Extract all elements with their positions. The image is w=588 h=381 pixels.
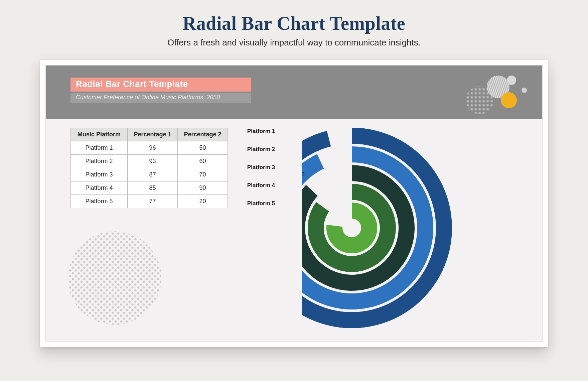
cell: 50 [178, 141, 228, 155]
halftone-circle-icon [64, 228, 165, 328]
radial-bar-chart: 93 [302, 121, 522, 335]
cell: 85 [128, 181, 178, 195]
svg-rect-12 [64, 228, 165, 328]
data-table: Music Platform Percentage 1 Percentage 2… [70, 128, 228, 208]
svg-point-7 [501, 92, 517, 108]
cell: 93 [128, 155, 178, 168]
cell: 77 [128, 195, 178, 208]
cell: Platform 2 [71, 155, 128, 168]
legend-item: Platform 4 [232, 182, 275, 201]
table-header-row: Music Platform Percentage 1 Percentage 2 [71, 128, 228, 141]
cell: 60 [178, 155, 228, 168]
legend-item: Platform 2 [232, 146, 275, 164]
legend-item: Platform 5 [232, 201, 275, 219]
content-area: Music Platform Percentage 1 Percentage 2… [46, 119, 542, 342]
template-inner: Radial Bar Chart Template Customer Prefe… [45, 65, 543, 342]
svg-point-6 [522, 88, 527, 93]
table-row: Platform 1 96 50 [71, 141, 228, 155]
cell: 70 [178, 168, 228, 181]
col-header: Percentage 1 [128, 128, 178, 141]
cell: 90 [178, 181, 228, 195]
page-subtitle: Offers a fresh and visually impactful wa… [167, 37, 421, 48]
svg-point-8 [345, 221, 358, 235]
cell: Platform 3 [71, 168, 128, 181]
cell: 20 [178, 195, 228, 208]
page-title: Radial Bar Chart Template [183, 13, 405, 34]
svg-point-5 [507, 76, 516, 85]
table-row: Platform 3 87 70 [71, 168, 228, 181]
legend-item: Platform 3 [232, 164, 275, 182]
radial-value-label: 93 [302, 171, 305, 177]
col-header: Music Platform [71, 128, 128, 141]
table-row: Platform 4 85 90 [71, 181, 228, 195]
card-title-pill: Radial Bar Chart Template [70, 78, 251, 92]
table-row: Platform 2 93 60 [71, 155, 228, 168]
cell: 87 [128, 168, 178, 181]
col-header: Percentage 2 [178, 128, 228, 141]
header-decoration-icon [461, 72, 532, 115]
table-row: Platform 5 77 20 [71, 195, 228, 208]
cell: Platform 5 [71, 195, 128, 208]
card-subtitle-pill: Customer Preference of Online Music Plat… [70, 93, 251, 103]
template-card: Radial Bar Chart Template Customer Prefe… [40, 60, 548, 347]
cell: Platform 1 [71, 141, 128, 155]
cell: Platform 4 [71, 181, 128, 195]
legend-item: Platform 1 [232, 128, 275, 146]
chart-legend: Platform 1 Platform 2 Platform 3 Platfor… [232, 128, 275, 219]
cell: 96 [128, 141, 178, 155]
